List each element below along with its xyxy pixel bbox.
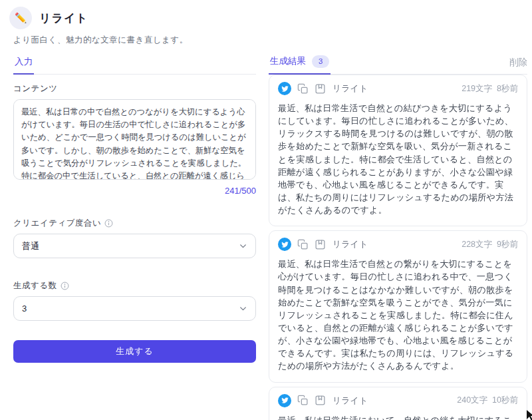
result-type-label: リライト	[332, 83, 368, 95]
char-count: 228文字	[462, 239, 492, 250]
results-count-badge: 3	[312, 55, 329, 69]
pencil-icon: ✏️	[15, 12, 27, 24]
save-icon[interactable]	[315, 239, 326, 250]
copy-icon[interactable]	[297, 239, 309, 250]
char-counter: 241/500	[13, 186, 256, 196]
generate-count-select[interactable]: 3	[13, 296, 256, 321]
creativity-value: 普通	[22, 240, 39, 252]
generate-count-value: 3	[22, 304, 27, 314]
twitter-share-icon[interactable]	[278, 394, 291, 407]
result-card: リライト 240文字 10秒前 最近、私は日常生活において、自然との絆を大切にす…	[269, 387, 527, 420]
result-card: リライト 228文字 9秒前 最近、私は日常生活で自然との繋がりを大切にすること…	[269, 230, 527, 382]
tab-input[interactable]: 入力	[13, 56, 34, 75]
mouse-cursor	[527, 410, 532, 420]
results-panel: 生成結果 3 削除	[269, 57, 527, 420]
copy-icon[interactable]	[297, 83, 309, 95]
rewrite-app: ✏️ リライト より面白く、魅力的な文章に書き直します。 入力 コンテンツ 最近…	[0, 0, 532, 420]
result-meta: 240文字 10秒前	[457, 395, 518, 406]
result-type-label: リライト	[332, 238, 368, 250]
app-header: ✏️ リライト より面白く、魅力的な文章に書き直します。	[0, 0, 532, 46]
delete-button[interactable]: 削除	[509, 57, 527, 74]
generate-count-label: 生成する数	[13, 280, 256, 292]
chevron-down-icon	[239, 304, 247, 313]
result-text: 最近、私は日常生活で自然との繋がりを大切にすることを心がけています。毎日の忙しさ…	[278, 258, 518, 372]
save-icon[interactable]	[315, 83, 326, 95]
input-tabbar: 入力	[13, 57, 256, 75]
creativity-select[interactable]: 普通	[13, 234, 256, 258]
content-textarea[interactable]: 最近、私は日常の中で自然とのつながりを大切にするよう心がけています。毎日の生活の…	[13, 99, 256, 180]
timestamp: 8秒前	[497, 83, 518, 95]
result-meta: 219文字 8秒前	[462, 83, 518, 95]
char-count: 219文字	[462, 83, 492, 95]
content-label: コンテンツ	[13, 83, 256, 95]
info-icon[interactable]	[61, 282, 69, 290]
results-tabbar: 生成結果 3 削除	[269, 57, 527, 75]
timestamp: 10秒前	[492, 395, 518, 406]
input-panel: 入力 コンテンツ 最近、私は日常の中で自然とのつながりを大切にするよう心がけてい…	[13, 57, 256, 420]
copy-icon[interactable]	[297, 395, 309, 406]
result-text: 最近、私は日常生活で自然との結びつきを大切にするようにしています。毎日の忙しさに…	[278, 102, 518, 216]
twitter-share-icon[interactable]	[278, 238, 291, 251]
twitter-share-icon[interactable]	[278, 82, 291, 95]
char-count: 240文字	[457, 395, 487, 406]
result-type-label: リライト	[332, 395, 368, 407]
timestamp: 9秒前	[497, 239, 518, 250]
save-icon[interactable]	[315, 395, 326, 406]
results-list: リライト 219文字 8秒前 最近、私は日常生活で自然との結びつきを大切にするよ…	[269, 75, 527, 420]
result-card: リライト 219文字 8秒前 最近、私は日常生活で自然との結びつきを大切にするよ…	[269, 75, 527, 226]
creativity-label: クリエイティブ度合い	[13, 218, 256, 229]
page-title: リライト	[39, 11, 88, 26]
app-icon-circle: ✏️	[9, 7, 32, 29]
page-subtitle: より面白く、魅力的な文章に書き直します。	[13, 35, 532, 46]
generate-button[interactable]: 生成する	[13, 340, 256, 363]
result-meta: 228文字 9秒前	[462, 239, 518, 250]
result-text: 最近、私は日常生活において、自然との絆を大切にすることを意識しています。忙しい毎…	[278, 414, 518, 420]
chevron-down-icon	[239, 242, 247, 250]
info-icon[interactable]	[104, 219, 113, 228]
tab-results[interactable]: 生成結果 3	[269, 55, 331, 75]
